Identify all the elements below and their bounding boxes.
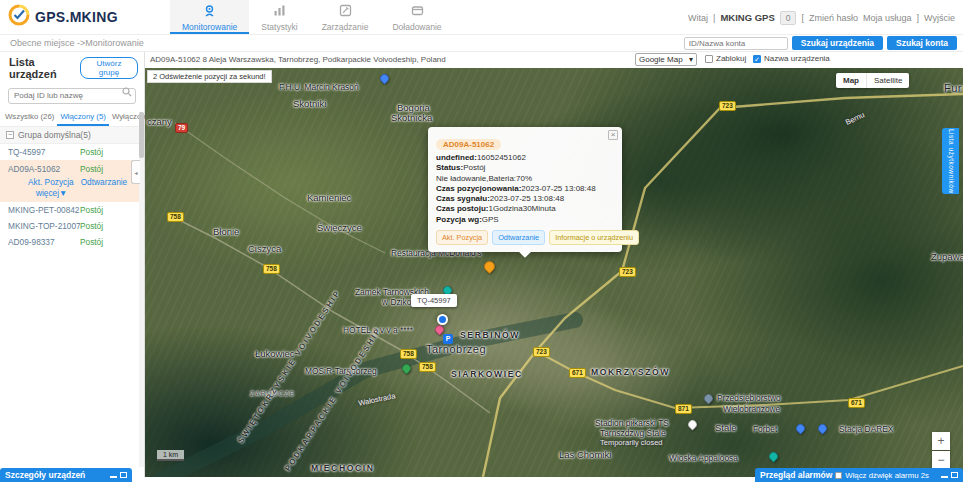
map-view-button[interactable]: Map	[836, 73, 867, 88]
tab-monitorowanie[interactable]: Monitorowanie	[170, 0, 249, 34]
lock-checkbox[interactable]: Zablokuj	[705, 54, 746, 63]
device-group-header[interactable]: − Grupa domyślna(5)	[0, 127, 144, 144]
device-list-title: Lista urządzeń	[9, 56, 80, 80]
filter-tab-all[interactable]: Wszystko (26)	[2, 110, 57, 126]
account-search-input[interactable]	[684, 37, 788, 50]
checkbox-unchecked[interactable]	[705, 55, 713, 63]
map-label: Wioska Appaloosa	[669, 453, 738, 463]
map-type-select[interactable]: Google Map ▾	[635, 53, 697, 66]
device-row[interactable]: MKING-TOP-21007 Postój	[0, 218, 144, 234]
message-count-badge[interactable]: 0	[780, 11, 797, 25]
map-label: Temporarily closed	[600, 438, 663, 447]
device-name-checkbox[interactable]: ✓ Nazwa urządzenia	[753, 54, 830, 63]
road-badge: 758	[419, 362, 436, 372]
zoom-out-button[interactable]: −	[932, 451, 950, 469]
popup-field-label: Czas sygnału:	[436, 194, 490, 203]
my-service-link[interactable]: Moja usługa	[863, 13, 912, 23]
create-group-button[interactable]: Utwórz grupę	[80, 57, 138, 79]
map-satellite-toggle: Map Satellite	[836, 73, 909, 88]
filter-tab-online[interactable]: Włączony (5)	[57, 110, 109, 126]
alarm-sound-checkbox[interactable]	[835, 472, 842, 479]
tab-zarzadzanie[interactable]: Zarządzanie	[310, 0, 381, 34]
checkbox-checked[interactable]: ✓	[753, 55, 761, 63]
device-status: Postój	[80, 164, 103, 174]
popup-device-name: AD09A-51062	[436, 139, 501, 150]
road-badge: 758	[400, 349, 417, 359]
device-name: MKING-TOP-21007	[8, 221, 80, 231]
close-icon[interactable]: ×	[608, 130, 618, 140]
map-label: Ciszyca	[248, 243, 281, 254]
satellite-view-button[interactable]: Satellite	[867, 73, 909, 88]
road-badge: 871	[675, 404, 692, 414]
device-search-input[interactable]	[8, 88, 136, 104]
map-label: Żupawa	[931, 251, 963, 262]
popup-field-label: Pozycja wg:	[436, 215, 482, 224]
parking-icon[interactable]: P	[443, 334, 453, 344]
playback-link[interactable]: Odtwarzanie	[81, 177, 128, 187]
main-tabs: Monitorowanie Statystyki Zarządzanie Doł…	[170, 0, 454, 34]
map-label: Stadion piłkarski TS	[595, 418, 669, 428]
map-label: Przedsiębiorstwo	[717, 393, 781, 403]
device-name-label: Nazwa urządzenia	[764, 54, 830, 63]
popup-field-label: Status:	[436, 163, 463, 172]
content-area: Lista urządzeń Utwórz grupę Wszystko (26…	[0, 52, 963, 477]
device-row-selected[interactable]: AD09A-51062 Postój Akt. Pozycja Odtwarza…	[0, 160, 144, 202]
map-scale: 1 km	[157, 450, 184, 461]
alarm-overview-bar[interactable]: Przegląd alarmów Włącz dźwięk alarmu 2s	[755, 468, 963, 482]
device-details-bar[interactable]: Szczegóły urządzeń	[0, 468, 132, 482]
user-list-tab[interactable]: Lista użytkowników	[942, 128, 959, 194]
tab-label: Statystyki	[261, 22, 297, 32]
search-account-button[interactable]: Szukaj konta	[887, 36, 957, 50]
sidebar-collapse-handle[interactable]: ◂	[131, 160, 140, 184]
separator: |	[713, 13, 715, 23]
topup-icon	[411, 3, 424, 21]
more-link[interactable]: więcej▼	[36, 188, 144, 198]
popup-field-value: 1Godzina30Minuta	[488, 204, 555, 213]
device-row[interactable]: AD09-98337 Postój	[0, 234, 144, 250]
device-label-bubble[interactable]: TQ-45997	[411, 294, 457, 307]
map-label: Stale	[715, 422, 737, 433]
popup-field-value: 2023-07-25 13:08:48	[521, 184, 595, 193]
collapse-group-icon[interactable]: −	[6, 131, 14, 139]
app-window: GPS.MKING Monitorowanie Statystyki Zarzą…	[0, 0, 963, 483]
tab-label: Monitorowanie	[182, 22, 237, 32]
chevron-down-icon: ▾	[689, 55, 693, 64]
lock-label: Zablokuj	[716, 54, 746, 63]
playback-button[interactable]: Odtwarzanie	[492, 230, 545, 245]
restore-icon[interactable]	[120, 472, 127, 478]
alarm-sound-label: Włącz dźwięk alarmu 2s	[845, 471, 929, 480]
zoom-in-button[interactable]: +	[932, 432, 950, 450]
device-name: AD09-98337	[8, 237, 80, 247]
popup-field-label: Czas postoju:	[436, 204, 488, 213]
map-label: Kamieniec	[307, 192, 351, 203]
device-status: Postój	[80, 205, 103, 215]
road-badge: 723	[719, 101, 736, 111]
device-row[interactable]: TQ-45997 Postój	[0, 144, 144, 160]
tab-doladowanie[interactable]: Doładowanie	[380, 0, 453, 34]
device-info-button[interactable]: Informacje o urządzeniu	[549, 230, 639, 245]
device-row[interactable]: MKING-PET-00842 Postój	[0, 202, 144, 218]
minimize-icon[interactable]	[941, 473, 948, 478]
bracket: ]	[917, 13, 920, 23]
restore-icon[interactable]	[951, 472, 958, 478]
breadcrumb: Obecne miejsce ->Monitorowanie	[10, 38, 144, 48]
map-label: MIECHOCIN	[311, 463, 375, 473]
current-position-link[interactable]: Akt. Pozycja	[28, 177, 74, 187]
map-label: Stacja DAREX	[839, 424, 893, 434]
device-marker-blue[interactable]	[437, 314, 448, 325]
logout-link[interactable]: Wyjście	[924, 13, 955, 23]
map-zoom-controls: + −	[932, 432, 950, 469]
tab-label: Doładowanie	[392, 22, 441, 32]
search-device-button[interactable]: Szukaj urządzenia	[792, 36, 883, 50]
tab-statystyki[interactable]: Statystyki	[249, 0, 309, 34]
map-label: Tarnszdzwg Stale	[600, 428, 666, 438]
map-label: Święczyce	[317, 222, 362, 233]
device-details-title: Szczegóły urządzeń	[5, 470, 85, 480]
minimize-icon[interactable]	[110, 473, 117, 478]
search-icon	[122, 87, 132, 97]
map-type-value: Google Map	[639, 55, 683, 64]
current-position-button[interactable]: Akt. Pozycja	[436, 230, 488, 245]
map-canvas[interactable]: 2 Odświeżenie pozycji za sekund! Map Sat…	[145, 68, 963, 477]
change-password-link[interactable]: Zmień hasło	[809, 13, 858, 23]
popup-field-value: Postój	[463, 163, 485, 172]
